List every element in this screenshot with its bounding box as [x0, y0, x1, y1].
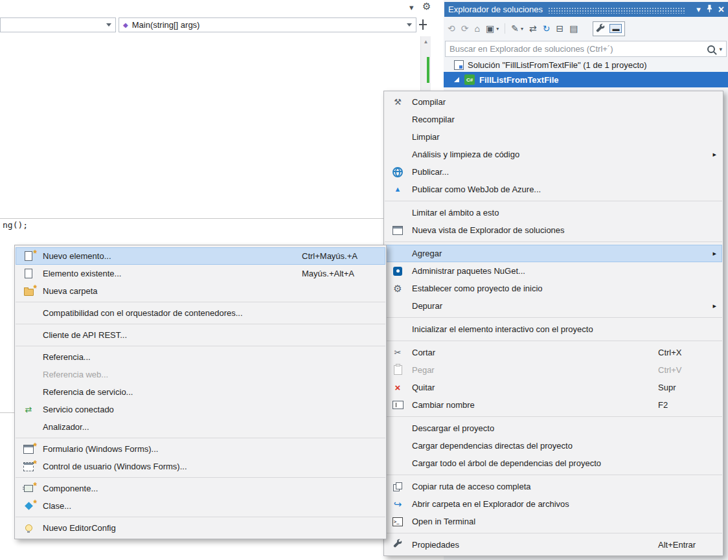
member-combobox-value: Main(string[] args) [132, 20, 200, 30]
back-icon[interactable]: ⟲ [448, 24, 455, 33]
scope-combobox[interactable] [0, 17, 116, 32]
menu-item-quitar[interactable]: × Quitar Supr [385, 379, 722, 396]
split-window-handle[interactable] [422, 19, 424, 30]
submenu-item-elemento-existente[interactable]: Elemento existente... Mayús.+Alt+A [16, 265, 385, 282]
menu-item-limitar-ambito[interactable]: Limitar el ámbito a esto [385, 204, 722, 221]
submenu-item-componente[interactable]: Componente... [16, 480, 385, 497]
toolbar-separator [505, 23, 505, 34]
menu-item-nueva-vista-explorador[interactable]: Nueva vista de Explorador de soluciones [385, 221, 722, 239]
gear-icon[interactable]: ⚙ [422, 1, 431, 12]
submenu-item-orquestador-contenedores[interactable]: Compatibilidad con el orquestador de con… [16, 304, 385, 322]
submenu-item-control-usuario-winforms[interactable]: Control de usuario (Windows Forms)... [16, 458, 385, 475]
home-icon[interactable]: ⌂ [474, 24, 479, 33]
menu-item-copiar-ruta[interactable]: Copiar ruta de acceso completa [385, 478, 722, 495]
chevron-down-icon [407, 23, 412, 27]
editorconfig-icon [25, 524, 32, 532]
submenu-item-cliente-api-rest[interactable]: Cliente de API REST... [16, 326, 385, 344]
shortcut-label: Ctrl+X [658, 348, 720, 357]
tree-item-solution[interactable]: Solución "FillListFromTextFile" (1 de 1 … [444, 58, 728, 72]
submenu-item-formulario-winforms[interactable]: Formulario (Windows Forms)... [16, 440, 385, 458]
paste-icon [394, 365, 402, 375]
properties-icon[interactable] [596, 23, 606, 34]
publish-globe-icon [392, 167, 403, 177]
menu-separator [385, 241, 722, 242]
method-icon: ◆ [123, 21, 128, 28]
chevron-down-icon: ▾ [521, 26, 523, 32]
copy-icon [392, 482, 403, 491]
search-box: ▾ [445, 41, 727, 57]
solution-tree: Solución "FillListFromTextFile" (1 de 1 … [444, 58, 728, 87]
search-input[interactable] [446, 44, 707, 54]
show-all-files-icon[interactable]: ▤ [569, 24, 578, 33]
menu-item-limpiar[interactable]: Limpiar [385, 128, 722, 146]
forward-icon[interactable]: ⟳ [461, 24, 469, 33]
menu-item-descargar-proyecto[interactable]: Descargar el proyecto [385, 420, 722, 437]
editor-code-text: ng(); [3, 220, 28, 230]
chevron-down-icon[interactable]: ▾ [409, 3, 414, 12]
menu-item-cambiar-nombre[interactable]: Cambiar nombre F2 [385, 396, 722, 414]
collapse-all-icon[interactable]: ⊟ [556, 24, 563, 33]
project-label: FillListFromTextFile [479, 75, 559, 85]
menu-item-abrir-carpeta[interactable]: ↪ Abrir carpeta en el Explorador de arch… [385, 495, 722, 513]
existing-item-icon [25, 269, 32, 278]
menu-item-publicar-webjob-azure[interactable]: ▲ Publicar como WebJob de Azure... [385, 181, 722, 198]
menu-item-cargar-arbol-dependencias[interactable]: Cargar todo el árbol de dependencias del… [385, 454, 722, 472]
menu-item-cortar[interactable]: ✂ Cortar Ctrl+X [385, 344, 722, 361]
submenu-item-referencia[interactable]: Referencia... [16, 348, 385, 366]
tree-item-project[interactable]: C# FillListFromTextFile [444, 72, 728, 87]
menu-item-administrar-nuget[interactable]: Administrar paquetes NuGet... [385, 262, 722, 280]
titlebar-grip [548, 7, 686, 14]
submenu-item-servicio-conectado[interactable]: ⇄ Servicio conectado [16, 401, 385, 418]
submenu-item-nuevo-elemento[interactable]: Nuevo elemento... Ctrl+Mayús.+A [16, 247, 385, 265]
menu-item-pegar[interactable]: Pegar Ctrl+V [385, 361, 722, 379]
menu-separator [385, 201, 722, 201]
terminal-icon [392, 517, 403, 526]
submenu-item-nuevo-editorconfig[interactable]: Nuevo EditorConfig [16, 519, 385, 537]
sync-with-active-document-icon[interactable]: ⇄ [529, 24, 537, 33]
expanded-arrow-icon[interactable] [454, 77, 459, 82]
switch-views-icon[interactable]: ▣ [486, 24, 494, 33]
scroll-up-icon[interactable]: ▲ [421, 36, 431, 45]
menu-item-publicar[interactable]: Publicar... [385, 163, 722, 181]
menu-item-cargar-dependencias-directas[interactable]: Cargar dependencias directas del proyect… [385, 437, 722, 454]
close-icon[interactable]: × [718, 5, 724, 15]
pending-changes-filter-icon[interactable]: ✎ [511, 24, 519, 33]
menu-separator [16, 324, 385, 324]
refresh-icon[interactable]: ↻ [543, 24, 551, 33]
menu-separator [385, 475, 722, 475]
open-folder-arrow-icon: ↪ [394, 499, 402, 509]
shortcut-label: F2 [658, 400, 720, 410]
menu-item-agregar[interactable]: Agregar ▸ [385, 245, 722, 262]
pin-icon[interactable] [706, 5, 713, 14]
chevron-down-icon[interactable]: ▾ [719, 46, 722, 52]
delete-x-icon: × [395, 383, 401, 392]
submenu-item-referencia-web[interactable]: Referencia web... [16, 366, 385, 383]
menu-separator [16, 346, 385, 346]
project-context-menu: ⚒ Compilar Recompilar Limpiar Análisis y… [383, 91, 723, 556]
change-marker [427, 57, 429, 83]
menu-item-recompilar[interactable]: Recompilar [385, 111, 722, 128]
shortcut-label: Supr [658, 383, 720, 392]
menu-item-depurar[interactable]: Depurar ▸ [385, 297, 722, 315]
submenu-item-analizador[interactable]: Analizador... [16, 418, 385, 436]
window-position-icon[interactable]: ▾ [696, 5, 701, 14]
shortcut-label: Ctrl+V [658, 365, 720, 375]
vs-window: ◆ Main(string[] args) ▾ ⚙ ng(); ▲ Explor… [0, 0, 728, 560]
submenu-item-clase[interactable]: Clase... [16, 497, 385, 515]
solution-icon [454, 60, 464, 70]
gear-icon: ⚙ [393, 284, 402, 293]
menu-item-compilar[interactable]: ⚒ Compilar [385, 93, 722, 111]
menu-item-proyecto-inicio[interactable]: ⚙ Establecer como proyecto de inicio [385, 280, 722, 297]
user-control-icon [23, 462, 34, 471]
search-icon[interactable] [707, 45, 715, 53]
menu-item-open-in-terminal[interactable]: Open in Terminal [385, 513, 722, 530]
submenu-item-nueva-carpeta[interactable]: Nueva carpeta [16, 282, 385, 300]
menu-item-analisis-limpieza[interactable]: Análisis y limpieza de código ▸ [385, 146, 722, 163]
preview-selected-items-toggle[interactable]: ▬ [609, 24, 622, 33]
menu-item-propiedades[interactable]: Propiedades Alt+Entrar [385, 536, 722, 554]
member-combobox[interactable]: ◆ Main(string[] args) [119, 17, 416, 32]
solution-explorer-titlebar[interactable]: Explorador de soluciones ▾ × [444, 2, 728, 17]
solution-label: Solución "FillListFromTextFile" (1 de 1 … [468, 60, 647, 70]
menu-item-inicializar-interactivo[interactable]: Inicializar el elemento interactivo con … [385, 320, 722, 338]
submenu-item-referencia-servicio[interactable]: Referencia de servicio... [16, 383, 385, 401]
